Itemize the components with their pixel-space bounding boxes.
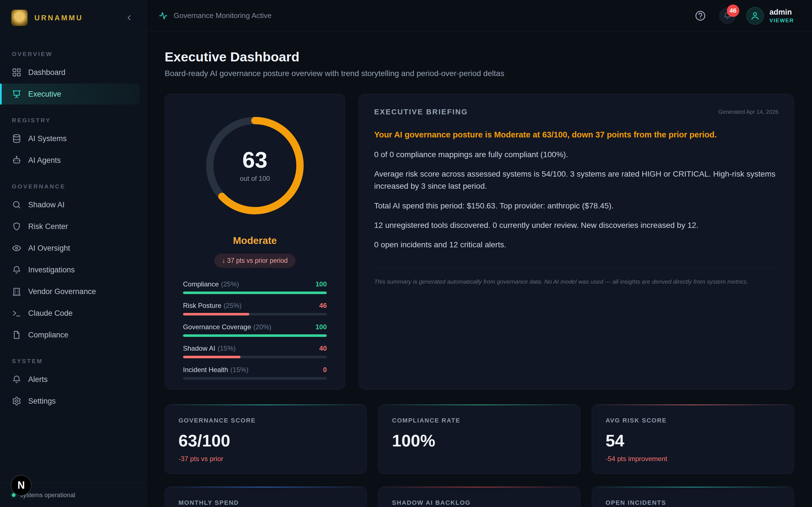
sidebar-item-label: Dashboard — [28, 68, 65, 77]
stat-label: GOVERNANCE SCORE — [179, 417, 353, 424]
metric-label: Risk Posture(25%) — [183, 302, 242, 309]
metric-bar — [183, 377, 327, 380]
briefing-paragraph: 0 of 0 compliance mappings are fully com… — [374, 149, 778, 161]
sidebar-nav: OVERVIEW Dashboard Executive REGISTRY AI… — [0, 36, 146, 483]
score-rating: Moderate — [233, 235, 277, 246]
user-text: admin VIEWER — [769, 8, 794, 24]
notifications-button[interactable]: 46 — [719, 8, 735, 24]
sidebar-item-ai-oversight[interactable]: AI Oversight — [0, 238, 140, 259]
sidebar-item-label: Alerts — [28, 375, 48, 384]
nav-section-label: GOVERNANCE — [0, 183, 146, 190]
nav-section-label: OVERVIEW — [0, 51, 146, 57]
metric-label: Shadow AI(15%) — [183, 344, 236, 352]
briefing-paragraph: Average risk score across assessed syste… — [374, 168, 778, 192]
breakdown-row-governance-coverage: Governance Coverage(20%) 100 — [183, 323, 327, 337]
brand: URNAMMU — [11, 10, 83, 26]
sidebar-item-label: AI Agents — [28, 156, 61, 165]
stat-value: 54 — [606, 431, 780, 450]
user-name: admin — [769, 8, 794, 17]
metric-value: 0 — [323, 366, 327, 374]
metric-value: 100 — [315, 280, 327, 288]
search-icon — [12, 200, 21, 210]
briefing-paragraph: Total AI spend this period: $150.63. Top… — [374, 200, 778, 212]
briefing-footnote: This summary is generated automatically … — [374, 268, 778, 285]
hero-row: 63 out of 100 Moderate ↓ 37 pts vs prior… — [165, 94, 794, 390]
user-menu[interactable]: admin VIEWER — [746, 7, 794, 24]
sidebar-item-label: Executive — [28, 90, 61, 99]
page-subtitle: Board-ready AI governance posture overvi… — [165, 69, 794, 78]
sidebar-item-dashboard[interactable]: Dashboard — [0, 62, 140, 83]
stat-label: AVG RISK SCORE — [606, 417, 780, 424]
database-icon — [12, 134, 21, 144]
sidebar-item-claude-code[interactable]: Claude Code — [0, 303, 140, 324]
metric-bar — [183, 334, 327, 337]
help-button[interactable] — [692, 8, 709, 24]
help-circle-icon — [695, 10, 706, 22]
briefing-header: EXECUTIVE BRIEFING Generated Apr 14, 202… — [374, 108, 778, 116]
sidebar-item-ai-agents[interactable]: AI Agents — [0, 150, 140, 171]
sidebar-item-compliance[interactable]: Compliance — [0, 325, 140, 345]
person-icon — [750, 11, 760, 21]
score-breakdown: Compliance(25%) 100 Risk Posture(25%) 46 — [183, 280, 327, 387]
activity-pulse-icon — [158, 11, 168, 20]
stat-accent — [378, 487, 580, 488]
gauge-center: 63 out of 100 — [201, 112, 308, 219]
stats-row-1: GOVERNANCE SCORE 63/100 -37 pts vs prior… — [165, 404, 794, 474]
sidebar-item-label: Vendor Governance — [28, 287, 96, 296]
sidebar-header: URNAMMU — [0, 0, 146, 36]
metric-value: 46 — [319, 302, 327, 309]
stat-label: OPEN INCIDENTS — [606, 499, 780, 506]
stat-delta: -54 pts improvement — [606, 455, 780, 463]
metric-value: 40 — [319, 344, 327, 352]
stat-card-avg-risk-score: AVG RISK SCORE 54 -54 pts improvement — [592, 404, 794, 474]
stat-label: COMPLIANCE RATE — [392, 417, 566, 424]
topbar-actions: 46 admin VIEWER — [692, 7, 794, 24]
briefing-paragraph: 0 open incidents and 12 critical alerts. — [374, 238, 778, 251]
user-role-badge: VIEWER — [769, 17, 794, 24]
sidebar-item-settings[interactable]: Settings — [0, 391, 140, 411]
sidebar-item-ai-systems[interactable]: AI Systems — [0, 128, 140, 149]
breakdown-row-compliance: Compliance(25%) 100 — [183, 280, 327, 294]
gear-icon — [12, 396, 21, 406]
sidebar-item-label: AI Oversight — [28, 244, 70, 252]
stat-label: SHADOW AI BACKLOG — [392, 499, 566, 506]
sidebar-item-executive[interactable]: Executive — [0, 83, 140, 105]
sidebar-item-investigations[interactable]: Investigations — [0, 260, 140, 280]
presentation-icon — [12, 89, 21, 99]
sidebar-item-label: Compliance — [28, 331, 68, 339]
stat-value: 63/100 — [179, 431, 353, 450]
chevron-left-icon — [125, 13, 134, 22]
breakdown-row-risk-posture: Risk Posture(25%) 46 — [183, 302, 327, 316]
score-gauge: 63 out of 100 — [201, 112, 308, 219]
stat-card-open-incidents: OPEN INCIDENTS — [592, 487, 794, 507]
bell-icon — [12, 375, 21, 384]
stats-row-2: MONTHLY SPEND SHADOW AI BACKLOG OPEN INC… — [165, 487, 794, 507]
sidebar-item-label: Risk Center — [28, 222, 68, 231]
avatar — [746, 7, 764, 24]
gauge-score-value: 63 — [243, 149, 267, 171]
briefing-generated-date: Generated Apr 14, 2026 — [718, 109, 779, 115]
metric-label: Incident Health(15%) — [183, 366, 248, 374]
stat-value: 100% — [392, 431, 566, 450]
sidebar-item-label: Claude Code — [28, 309, 73, 318]
metric-label: Compliance(25%) — [183, 280, 239, 288]
main-area: Governance Monitoring Active 46 — [147, 0, 812, 507]
nav-section-label: REGISTRY — [0, 117, 146, 124]
briefing-highlight: Your AI governance posture is Moderate a… — [374, 129, 778, 141]
page-content: Executive Dashboard Board-ready AI gover… — [147, 32, 812, 507]
briefing-paragraph: 12 unregistered tools discovered. 0 curr… — [374, 219, 778, 231]
sidebar-item-risk-center[interactable]: Risk Center — [0, 216, 140, 237]
metric-bar — [183, 291, 327, 294]
stat-delta: -37 pts vs prior — [179, 455, 353, 463]
sidebar-collapse-button[interactable] — [122, 10, 137, 25]
metric-bar — [183, 356, 327, 358]
sidebar-item-label: Shadow AI — [28, 201, 64, 209]
nextjs-dev-badge[interactable]: N — [11, 475, 32, 496]
nav-section-label: SYSTEM — [0, 358, 146, 364]
sidebar-item-shadow-ai[interactable]: Shadow AI — [0, 194, 140, 215]
sidebar-item-alerts[interactable]: Alerts — [0, 369, 140, 390]
executive-briefing-card: EXECUTIVE BRIEFING Generated Apr 14, 202… — [359, 94, 794, 390]
sidebar: URNAMMU OVERVIEW Dashboard Executive REG… — [0, 0, 147, 507]
shield-icon — [12, 222, 21, 231]
sidebar-item-vendor-governance[interactable]: Vendor Governance — [0, 281, 140, 302]
